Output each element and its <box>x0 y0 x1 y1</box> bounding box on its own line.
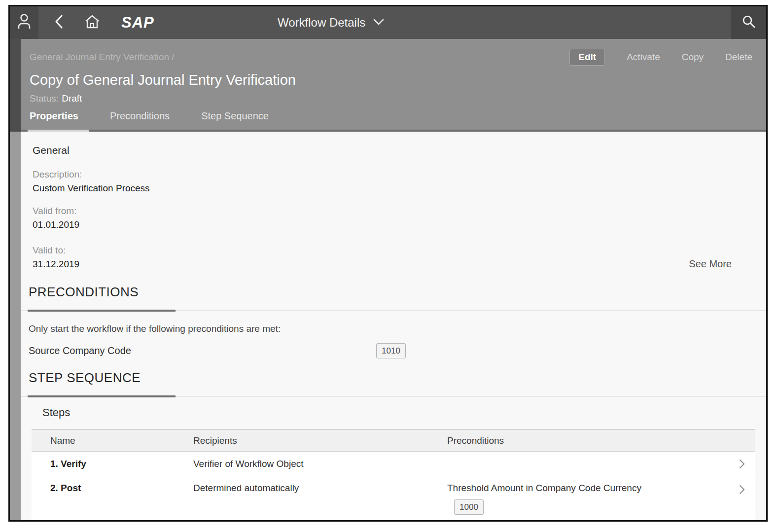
tab-preconditions[interactable]: Preconditions <box>110 110 170 122</box>
breadcrumb[interactable]: General Journal Entry Verification / <box>30 52 175 63</box>
step-recipients: Determined automatically <box>193 483 447 494</box>
content-card: General Description: Custom Verification… <box>21 132 766 520</box>
steps-table: Name Recipients Preconditions 1. Verify … <box>32 429 755 520</box>
see-more-link[interactable]: See More <box>689 258 732 270</box>
column-name: Name <box>50 435 193 446</box>
sap-logo[interactable]: SAP <box>121 14 154 32</box>
tab-step-sequence[interactable]: Step Sequence <box>201 110 269 122</box>
status-badge: Draft <box>62 93 82 104</box>
user-menu-button[interactable] <box>10 6 38 39</box>
activate-button[interactable]: Activate <box>627 52 660 63</box>
tab-bar: Properties Preconditions Step Sequence <box>21 110 766 122</box>
valid-to-label: Valid to: <box>33 245 79 256</box>
back-button[interactable] <box>54 14 63 31</box>
person-icon <box>17 13 32 32</box>
home-button[interactable] <box>84 14 101 32</box>
edit-button[interactable]: Edit <box>569 49 605 66</box>
precondition-row: Source Company Code 1010 <box>21 343 766 358</box>
general-section: General Description: Custom Verification… <box>21 132 766 270</box>
step-sequence-section-heading: STEP SEQUENCE <box>29 370 766 386</box>
tab-properties[interactable]: Properties <box>30 110 78 122</box>
valid-from-label: Valid from: <box>33 206 746 216</box>
table-row[interactable]: 2. Post Determined automatically Thresho… <box>32 476 755 520</box>
step-recipients: Verifier of Workflow Object <box>193 459 447 469</box>
steps-table-title: Steps <box>42 406 766 419</box>
column-recipients: Recipients <box>193 435 447 446</box>
valid-to-value: 31.12.2019 <box>33 259 79 270</box>
header-actions: Edit Activate Copy Delete <box>569 49 752 66</box>
description-field: Description: Custom Verification Process <box>33 169 746 194</box>
home-icon <box>84 14 101 32</box>
valid-from-value: 01.01.2019 <box>33 219 746 230</box>
table-row[interactable]: 1. Verify Verifier of Workflow Object <box>32 452 755 476</box>
chevron-left-icon <box>54 14 63 31</box>
source-company-code-input[interactable]: 1010 <box>376 343 406 358</box>
search-icon <box>741 14 756 31</box>
description-value: Custom Verification Process <box>33 183 746 194</box>
step-name: 1. Verify <box>50 459 193 469</box>
general-heading: General <box>33 144 746 156</box>
valid-from-field: Valid from: 01.01.2019 <box>33 206 746 230</box>
source-company-code-label: Source Company Code <box>29 345 376 356</box>
shell-topbar: SAP Workflow Details <box>10 6 766 39</box>
app-title: Workflow Details <box>278 16 365 30</box>
valid-to-field: Valid to: 31.12.2019 <box>33 245 79 270</box>
page-header: General Journal Entry Verification / Edi… <box>21 39 766 132</box>
chevron-right-icon[interactable] <box>729 485 755 495</box>
column-preconditions: Preconditions <box>447 435 729 446</box>
copy-button[interactable]: Copy <box>682 52 704 63</box>
page-title: Copy of General Journal Entry Verificati… <box>21 72 766 88</box>
delete-button[interactable]: Delete <box>725 52 752 63</box>
content-zone: General Description: Custom Verification… <box>10 132 766 520</box>
step-name: 2. Post <box>50 483 193 494</box>
search-button[interactable] <box>731 6 766 39</box>
app-window: SAP Workflow Details General Journal Ent… <box>8 5 768 522</box>
preconditions-intro: Only start the workflow if the following… <box>29 323 766 334</box>
step-sequence-rule <box>21 395 766 397</box>
steps-table-header: Name Recipients Preconditions <box>32 430 755 452</box>
status-line: Status:Draft <box>21 93 766 104</box>
step-precondition: Threshold Amount in Company Code Currenc… <box>447 483 641 493</box>
description-label: Description: <box>33 169 746 180</box>
chevron-down-icon <box>373 18 384 27</box>
preconditions-section-heading: PRECONDITIONS <box>29 284 766 300</box>
chevron-right-icon[interactable] <box>729 459 755 469</box>
preconditions-rule <box>21 310 766 312</box>
threshold-amount-input[interactable]: 1000 <box>454 499 484 515</box>
app-title-dropdown[interactable]: Workflow Details <box>278 6 384 39</box>
page-header-zone: General Journal Entry Verification / Edi… <box>10 39 766 132</box>
status-label: Status: <box>30 93 59 104</box>
